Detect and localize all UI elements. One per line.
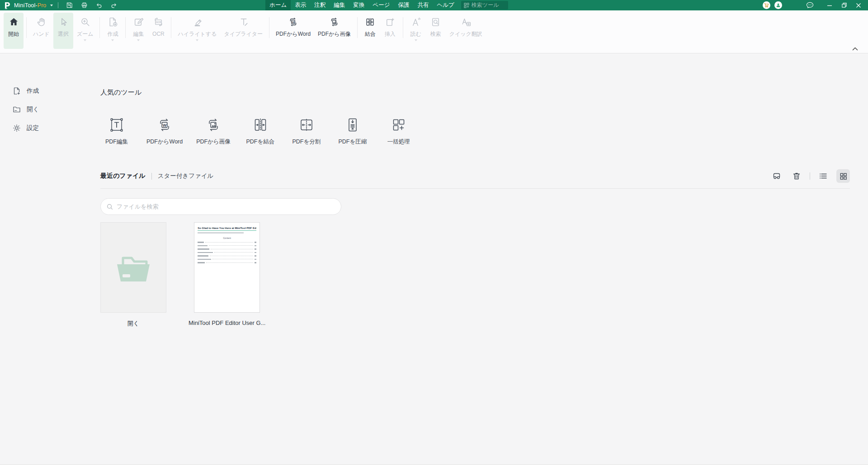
merge-icon	[364, 14, 376, 29]
svg-text:OCR: OCR	[156, 21, 161, 24]
list-view-button[interactable]	[816, 169, 830, 183]
save-button[interactable]	[63, 0, 75, 10]
menu-convert[interactable]: 変換	[349, 0, 368, 10]
sidebar-item-open[interactable]: 開く	[13, 105, 39, 114]
menu-view[interactable]: 表示	[291, 0, 310, 10]
undo-button[interactable]	[93, 0, 105, 10]
search-tools-placeholder: 検索ツール	[472, 1, 499, 9]
ribbon-quick-translate-button[interactable]: クイック翻訳	[446, 13, 486, 49]
tool-pdf-merge[interactable]: PDFを結合	[244, 116, 277, 146]
file-search-box[interactable]	[100, 198, 341, 215]
ribbon-separator	[125, 17, 126, 38]
tool-batch-process[interactable]: 一括処理	[382, 116, 415, 146]
tab-recent-files[interactable]: 最近のファイル	[100, 172, 146, 180]
folder-icon	[13, 105, 21, 114]
thumbnail-content-heading: Content	[198, 237, 256, 239]
popular-tools-title: 人気のツール	[100, 88, 850, 97]
dropdown-caret-icon	[111, 39, 114, 41]
new-file-icon	[13, 87, 21, 95]
ribbon-search-button[interactable]: 検索	[426, 13, 446, 49]
cursor-icon	[57, 14, 69, 29]
trash-icon	[792, 172, 801, 181]
ribbon-select-button[interactable]: 選択	[53, 13, 73, 49]
insert-page-icon	[384, 14, 396, 29]
hide-files-button[interactable]	[770, 169, 783, 183]
ribbon-typewriter-button[interactable]: タイプライター	[220, 13, 266, 49]
account-button[interactable]	[774, 1, 782, 9]
store-cart-button[interactable]	[763, 1, 770, 9]
ribbon-edit-button[interactable]: 編集	[128, 13, 148, 49]
redo-button[interactable]	[108, 0, 120, 10]
minimize-button[interactable]	[824, 0, 835, 10]
menu-help[interactable]: ヘルプ	[433, 0, 458, 10]
ribbon-separator	[99, 17, 100, 38]
menu-share[interactable]: 共有	[413, 0, 433, 10]
ribbon-merge-button[interactable]: 結合	[360, 13, 380, 49]
close-button[interactable]	[853, 0, 864, 10]
open-file-card[interactable]: 開く	[100, 222, 166, 328]
tool-pdf-to-image[interactable]: PDFから画像	[196, 116, 231, 146]
ribbon-ocr-button[interactable]: OCR OCR	[148, 13, 168, 49]
doc-card-label: MiniTool PDF Editor User G...	[189, 319, 266, 326]
pdf-to-image-icon	[329, 14, 340, 29]
file-search-input[interactable]	[117, 203, 335, 210]
popular-tools-grid: PDF編集 W PDFからWord PDFから画像 PDFを結合	[100, 116, 850, 146]
restore-button[interactable]	[838, 0, 850, 10]
grid-view-icon	[839, 172, 848, 181]
ribbon-separator	[269, 17, 269, 38]
thumbnail-title: So Glad to Have You Here at MiniTool PDF…	[198, 227, 256, 231]
ribbon-pdf-to-image-button[interactable]: PDFから画像	[314, 13, 354, 49]
menu-annotate[interactable]: 注釈	[310, 0, 330, 10]
app-title: MiniTool-Pro	[14, 2, 46, 9]
menu-edit[interactable]: 編集	[330, 0, 349, 10]
delete-files-button[interactable]	[790, 169, 803, 183]
batch-process-icon	[390, 116, 407, 134]
grid-view-button[interactable]	[836, 169, 850, 183]
ribbon-zoom-button[interactable]: ズーム	[73, 13, 97, 49]
ribbon-start-button[interactable]: 開始	[4, 13, 24, 49]
chat-bubble-icon	[806, 2, 814, 9]
menu-protect[interactable]: 保護	[394, 0, 413, 10]
search-document-icon	[430, 14, 441, 29]
ribbon-highlight-button[interactable]: ハイライトする	[174, 13, 220, 49]
menu-page[interactable]: ページ	[368, 0, 394, 10]
tool-pdf-split[interactable]: PDFを分割	[290, 116, 323, 146]
tab-starred-files[interactable]: スター付きファイル	[158, 172, 214, 180]
thumbnail-subtitle-line	[198, 232, 243, 234]
titlebar: MiniTool-Pro ホーム 表示 注釈 編集 変換 ページ 保護 共有 ヘ…	[0, 0, 868, 10]
pdf-thumbnail: So Glad to Have You Here at MiniTool PDF…	[194, 222, 260, 313]
sidebar-item-create[interactable]: 作成	[13, 86, 39, 95]
hand-icon	[36, 14, 47, 29]
menu-home[interactable]: ホーム	[265, 0, 291, 10]
tool-pdf-to-word[interactable]: W PDFからWord	[146, 116, 183, 146]
ribbon-separator	[403, 17, 403, 38]
pdf-to-word-icon: W	[288, 14, 299, 29]
gear-icon	[13, 124, 21, 132]
print-button[interactable]	[78, 0, 90, 10]
ribbon-insert-button[interactable]: 挿入	[380, 13, 400, 49]
ribbon-pdf-to-word-button[interactable]: W PDFからWord	[272, 13, 314, 49]
search-tools-box[interactable]: 検索ツール	[461, 1, 508, 10]
actions-divider	[810, 172, 810, 180]
svg-text:W: W	[163, 123, 167, 128]
recent-file-card[interactable]: So Glad to Have You Here at MiniTool PDF…	[189, 222, 266, 328]
ribbon-hand-button[interactable]: ハンド	[29, 13, 53, 49]
collapse-ribbon-button[interactable]	[852, 47, 858, 51]
pdf-merge-icon	[252, 116, 269, 134]
ribbon-separator	[26, 17, 27, 38]
pdf-to-image-icon	[205, 116, 222, 134]
ribbon-read-button[interactable]: 読む	[406, 13, 426, 49]
typewriter-icon	[238, 14, 249, 29]
sidebar-item-settings[interactable]: 設定	[13, 124, 39, 133]
section-divider	[100, 188, 850, 189]
tool-pdf-compress[interactable]: PDFを圧縮	[336, 116, 369, 146]
translate-icon	[460, 14, 472, 29]
titlebar-divider	[58, 2, 58, 8]
app-menu-caret-icon[interactable]	[50, 5, 53, 6]
ribbon-create-button[interactable]: 作成	[103, 13, 123, 49]
feedback-button[interactable]	[804, 0, 816, 10]
ribbon-separator	[357, 17, 358, 38]
pdf-edit-icon	[108, 116, 125, 134]
tool-pdf-edit[interactable]: PDF編集	[100, 116, 133, 146]
open-folder-icon	[112, 253, 155, 282]
